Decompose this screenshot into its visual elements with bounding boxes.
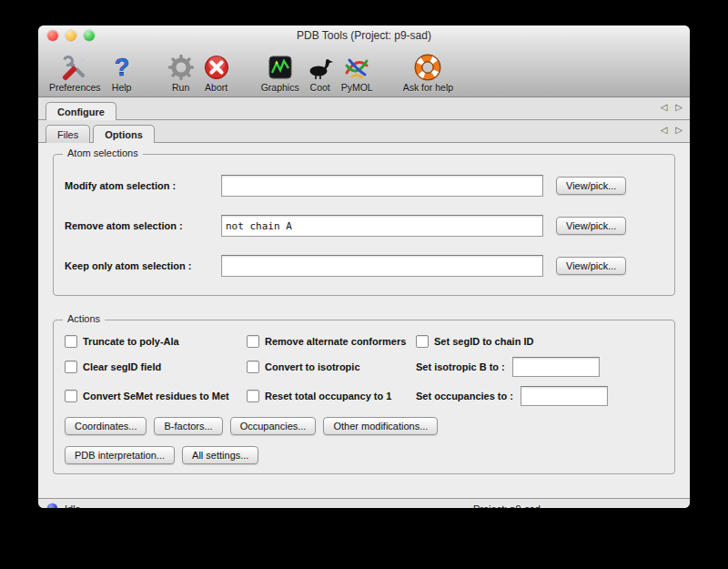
checkbox-reset-total-occupancy[interactable]: Reset total occupancy to 1 <box>247 390 416 402</box>
toolbar-pymol-button[interactable]: PyMOL <box>341 54 373 93</box>
checkbox-box <box>247 335 259 348</box>
window-header: PDB Tools (Project: p9-sad) Preferences <box>38 25 690 97</box>
pdb-tools-window: PDB Tools (Project: p9-sad) Preferences <box>38 25 690 508</box>
toolbar-label: Graphics <box>261 82 299 93</box>
status-indicator-dot <box>47 503 57 508</box>
actions-grid: Truncate to poly-Ala Remove alternate co… <box>65 335 663 406</box>
toolbar-ask-for-help-button[interactable]: Ask for help <box>403 54 453 93</box>
window-title: PDB Tools (Project: p9-sad) <box>297 29 431 42</box>
toolbar-label: Coot <box>310 82 330 93</box>
keep-only-selection-row: Keep only atom selection : View/pick... <box>65 255 663 277</box>
tab-scroll-left-icon[interactable]: ◁ <box>661 102 668 112</box>
minimize-button[interactable] <box>66 30 76 41</box>
configure-tab-bar: Configure ◁ ▷ <box>38 97 690 120</box>
checkbox-truncate-poly-ala[interactable]: Truncate to poly-Ala <box>65 335 247 348</box>
title-bar[interactable]: PDB Tools (Project: p9-sad) <box>38 25 690 46</box>
field-label: Remove atom selection : <box>65 220 221 231</box>
close-button[interactable] <box>47 30 58 41</box>
checkbox-label: Truncate to poly-Ala <box>83 336 179 347</box>
options-page: Atom selections Modify atom selection : … <box>38 143 690 498</box>
checkbox-set-segid-to-chain-id[interactable]: Set segID to chain ID <box>416 335 663 348</box>
graphics-display-icon <box>266 54 295 81</box>
toolbar-label: Preferences <box>49 82 101 93</box>
lifebuoy-icon <box>413 54 442 81</box>
toolbar-preferences-button[interactable]: Preferences <box>49 54 101 93</box>
toolbar-abort-button[interactable]: Abort <box>202 54 231 93</box>
pdb-interpretation-button[interactable]: PDB interpretation... <box>65 446 175 464</box>
abort-x-icon <box>202 54 231 81</box>
checkbox-label: Convert to isotropic <box>265 361 360 372</box>
atom-selections-group: Atom selections Modify atom selection : … <box>53 154 675 296</box>
group-label: Atom selections <box>63 147 143 158</box>
tab-scroll-right-icon[interactable]: ▷ <box>675 125 682 135</box>
pymol-ribbon-icon <box>342 54 371 81</box>
modify-selection-row: Modify atom selection : View/pick... <box>65 175 663 197</box>
view-pick-button[interactable]: View/pick... <box>556 217 626 235</box>
coot-bird-icon <box>306 54 335 81</box>
gear-icon <box>167 54 196 81</box>
svg-text:?: ? <box>114 54 129 81</box>
view-pick-button[interactable]: View/pick... <box>556 177 626 195</box>
toolbar-graphics-button[interactable]: Graphics <box>261 54 299 93</box>
modify-atom-selection-input[interactable] <box>221 175 543 197</box>
set-occupancies-field: Set occupancies to : <box>416 386 663 406</box>
actions-group: Actions Truncate to poly-Ala Remove alte… <box>53 320 675 474</box>
field-label: Set isotropic B to : <box>416 361 505 372</box>
status-text: Idle <box>65 503 81 509</box>
checkbox-clear-segid-field[interactable]: Clear segID field <box>65 361 247 373</box>
checkbox-box <box>247 361 259 373</box>
toolbar-label: Abort <box>205 82 228 93</box>
toolbar-run-button[interactable]: Run <box>167 54 196 93</box>
set-isotropic-b-input[interactable] <box>512 357 600 377</box>
tab-scroll-right-icon[interactable]: ▷ <box>675 102 682 112</box>
checkbox-remove-alternate-conformers[interactable]: Remove alternate conformers <box>247 335 416 348</box>
tools-icon <box>60 54 89 81</box>
tab-scroll-arrows: ◁ ▷ <box>655 102 682 112</box>
toolbar-label: Help <box>112 82 132 93</box>
all-settings-button[interactable]: All settings... <box>182 446 258 464</box>
set-occupancies-input[interactable] <box>521 386 608 406</box>
tab-scroll-arrows: ◁ ▷ <box>655 125 682 135</box>
remove-atom-selection-input[interactable] <box>221 215 543 237</box>
traffic-lights <box>47 30 95 41</box>
checkbox-box <box>65 361 77 373</box>
view-pick-button[interactable]: View/pick... <box>556 257 626 275</box>
checkbox-label: Convert SeMet residues to Met <box>83 391 229 401</box>
tab-options[interactable]: Options <box>93 125 155 143</box>
keep-only-atom-selection-input[interactable] <box>221 255 543 277</box>
checkbox-label: Clear segID field <box>83 361 161 372</box>
checkbox-convert-semet-to-met[interactable]: Convert SeMet residues to Met <box>65 390 247 402</box>
zoom-button[interactable] <box>84 30 95 41</box>
field-label: Set occupancies to : <box>416 391 513 401</box>
coordinates-button[interactable]: Coordinates... <box>65 417 147 435</box>
toolbar-label: Run <box>172 82 189 93</box>
toolbar-coot-button[interactable]: Coot <box>306 54 335 93</box>
checkbox-label: Remove alternate conformers <box>265 336 406 347</box>
status-bar: Idle Project: p9-sad <box>38 498 690 508</box>
occupancies-button[interactable]: Occupancies... <box>230 417 317 435</box>
tab-configure[interactable]: Configure <box>46 102 116 120</box>
checkbox-box <box>65 390 77 402</box>
field-label: Modify atom selection : <box>65 180 221 191</box>
set-isotropic-b-field: Set isotropic B to : <box>416 357 663 377</box>
actions-buttons-row-2: PDB interpretation... All settings... <box>65 446 663 464</box>
actions-buttons-row-1: Coordinates... B-factors... Occupancies.… <box>65 417 663 435</box>
checkbox-label: Set segID to chain ID <box>434 336 533 347</box>
group-label: Actions <box>63 313 105 324</box>
toolbar-help-button[interactable]: ? Help <box>107 54 136 93</box>
checkbox-box <box>247 390 259 402</box>
tab-scroll-left-icon[interactable]: ◁ <box>661 125 668 135</box>
checkbox-box <box>416 335 429 348</box>
b-factors-button[interactable]: B-factors... <box>154 417 222 435</box>
other-modifications-button[interactable]: Other modifications... <box>323 417 438 435</box>
checkbox-label: Reset total occupancy to 1 <box>265 391 391 401</box>
question-mark-icon: ? <box>107 54 136 81</box>
checkbox-convert-to-isotropic[interactable]: Convert to isotropic <box>247 361 416 373</box>
tab-files[interactable]: Files <box>46 125 90 143</box>
remove-selection-row: Remove atom selection : View/pick... <box>65 215 663 237</box>
field-label: Keep only atom selection : <box>65 260 221 271</box>
toolbar: Preferences ? Help <box>38 46 690 97</box>
pages-tab-bar: Files Options ◁ ▷ <box>38 120 690 143</box>
project-label: Project: p9-sad <box>473 503 541 509</box>
toolbar-label: Ask for help <box>403 82 453 93</box>
